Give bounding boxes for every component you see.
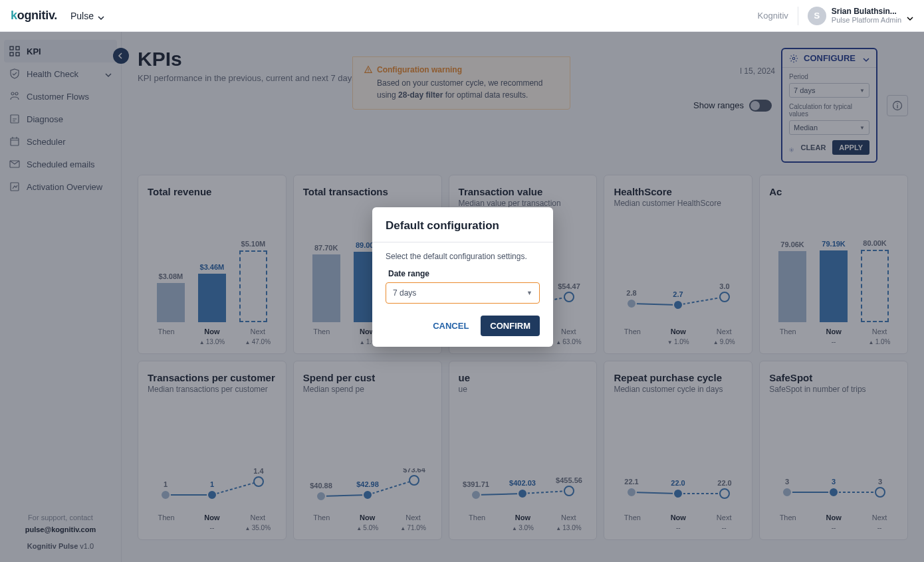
svg-point-38	[316, 492, 326, 501]
svg-text:3: 3	[878, 478, 882, 486]
svg-text:$391.71: $391.71	[463, 480, 490, 488]
kpi-card[interactable]: Total revenue$3.08M$3.46M$5.10MThenNowNe…	[138, 175, 287, 354]
clear-button[interactable]: CLEAR	[800, 143, 826, 151]
warning-title: Configuration warning	[377, 65, 462, 74]
date-range-select[interactable]: 7 days▼	[386, 282, 540, 304]
svg-point-68	[368, 71, 368, 72]
svg-text:$54.47: $54.47	[558, 282, 581, 290]
sidebar: KPIHealth CheckCustomer FlowsDiagnoseSch…	[0, 32, 122, 562]
user-menu[interactable]: S Srian Bulathsin... Pulse Platform Admi…	[808, 7, 913, 25]
sidebar-item-scheduled-emails[interactable]: Scheduled emails	[0, 153, 121, 175]
nav-label: Health Check	[27, 69, 78, 79]
svg-point-63	[829, 488, 838, 497]
date-range-label: Date range	[386, 269, 540, 278]
nav-list: KPIHealth CheckCustomer FlowsDiagnoseSch…	[0, 32, 121, 503]
svg-point-32	[254, 477, 263, 486]
kpi-title: Transaction value	[459, 186, 588, 197]
svg-rect-3	[16, 52, 19, 56]
svg-point-39	[363, 490, 372, 500]
kpi-card[interactable]: Repeat purchase cycleMedian customer cyc…	[604, 361, 752, 540]
svg-point-24	[720, 292, 729, 302]
sidebar-item-diagnose[interactable]: Diagnose	[0, 108, 121, 130]
collapse-sidebar-button[interactable]	[113, 48, 129, 64]
sidebar-item-customer-flows[interactable]: Customer Flows	[0, 85, 121, 108]
org-name[interactable]: Kognitiv	[758, 11, 788, 21]
nav-icon	[9, 68, 20, 79]
page-subtitle: KPI performance in the previous, current…	[138, 73, 356, 83]
svg-line-20	[632, 304, 678, 305]
kpi-subtitle: SafeSpot in number of trips	[769, 385, 898, 395]
configure-panel: CONFIGURE Period 7 days▼ Calculation for…	[781, 48, 877, 163]
svg-line-45	[522, 491, 569, 494]
svg-text:22.0: 22.0	[671, 479, 685, 487]
apply-button[interactable]: APPLY	[832, 140, 869, 155]
svg-point-40	[409, 476, 419, 485]
configure-button[interactable]: CONFIGURE	[782, 49, 876, 68]
kpi-subtitle	[769, 199, 898, 209]
svg-rect-1	[16, 47, 19, 50]
svg-rect-0	[10, 47, 13, 50]
show-ranges-toggle[interactable]	[749, 100, 772, 112]
kpi-card[interactable]: HealthScoreMedian customer HealthScore2.…	[604, 175, 752, 354]
user-name: Srian Bulathsin...	[832, 7, 901, 16]
app-switcher[interactable]: Pulse	[70, 11, 104, 21]
config-warning-banner: Configuration warning Based on your cust…	[352, 56, 570, 110]
svg-line-21	[678, 297, 725, 305]
cancel-button[interactable]: CANCEL	[433, 321, 469, 331]
app-switcher-label: Pulse	[70, 11, 94, 21]
kpi-card[interactable]: Transactions per customerMedian transact…	[138, 361, 287, 540]
nav-label: Scheduler	[27, 137, 66, 147]
svg-text:1: 1	[164, 480, 168, 488]
configure-label: CONFIGURE	[804, 53, 856, 63]
support-email-link[interactable]: pulse@kognitiv.com	[25, 525, 96, 533]
modal-title: Default configuration	[386, 219, 540, 233]
sidebar-item-activation-overview[interactable]: Activation Overview	[0, 175, 121, 198]
show-ranges-label: Show ranges	[693, 100, 744, 110]
kpi-title: Total transactions	[303, 186, 432, 197]
svg-point-11	[791, 149, 792, 150]
confirm-button[interactable]: CONFIRM	[481, 316, 540, 336]
kpi-title: Spend per cust	[303, 372, 432, 383]
chevron-down-icon	[98, 13, 104, 19]
kpi-title: HealthScore	[614, 186, 743, 197]
kpi-card[interactable]: Spend per custMedian spend pe$40.88$42.9…	[293, 361, 442, 540]
settings-gear-icon[interactable]	[789, 143, 794, 152]
kpi-subtitle: Median transactions per customer	[148, 385, 277, 395]
gear-icon	[789, 54, 798, 63]
period-select[interactable]: 7 days▼	[789, 83, 869, 98]
avatar: S	[808, 7, 826, 25]
warning-icon	[364, 65, 373, 74]
svg-text:22.1: 22.1	[625, 478, 639, 486]
kpi-subtitle	[148, 199, 277, 209]
svg-text:$73.64: $73.64	[403, 468, 426, 474]
info-button[interactable]	[887, 95, 908, 116]
svg-text:$402.03: $402.03	[510, 479, 536, 487]
kpi-card[interactable]: SafeSpotSafeSpot in number of trips333Th…	[759, 361, 908, 540]
svg-point-18	[564, 292, 574, 302]
svg-point-46	[471, 490, 481, 500]
nav-icon	[9, 91, 20, 102]
sidebar-item-kpi[interactable]: KPI	[4, 40, 117, 62]
svg-point-30	[161, 490, 170, 500]
sidebar-item-health-check[interactable]: Health Check	[0, 62, 121, 85]
svg-point-4	[11, 92, 14, 95]
svg-text:$40.88: $40.88	[310, 482, 332, 490]
nav-icon	[9, 159, 20, 169]
kpi-card[interactable]: ueue$391.71$402.03$455.56ThenNowNext3.0%…	[449, 361, 598, 540]
nav-label: KPI	[27, 47, 41, 56]
kpi-subtitle: Median spend pe	[303, 385, 432, 395]
top-bar: kognitiv. Pulse Kognitiv S Srian Bulaths…	[0, 0, 924, 32]
kpi-title: Repeat purchase cycle	[614, 372, 743, 383]
svg-point-22	[627, 299, 636, 308]
nav-label: Activation Overview	[27, 182, 102, 192]
sidebar-item-scheduler[interactable]: Scheduler	[0, 130, 121, 153]
nav-icon	[9, 46, 20, 56]
support-block: For support, contact pulse@kognitiv.com …	[0, 503, 121, 562]
kpi-title: Ac	[769, 186, 898, 197]
kpi-card[interactable]: Ac79.06K79.19K80.00KThenNowNext--1.0%	[759, 175, 908, 354]
svg-point-54	[627, 488, 636, 497]
svg-point-48	[564, 486, 574, 496]
nav-icon	[9, 114, 20, 124]
calc-select[interactable]: Median▼	[789, 120, 869, 135]
svg-line-29	[212, 482, 259, 495]
